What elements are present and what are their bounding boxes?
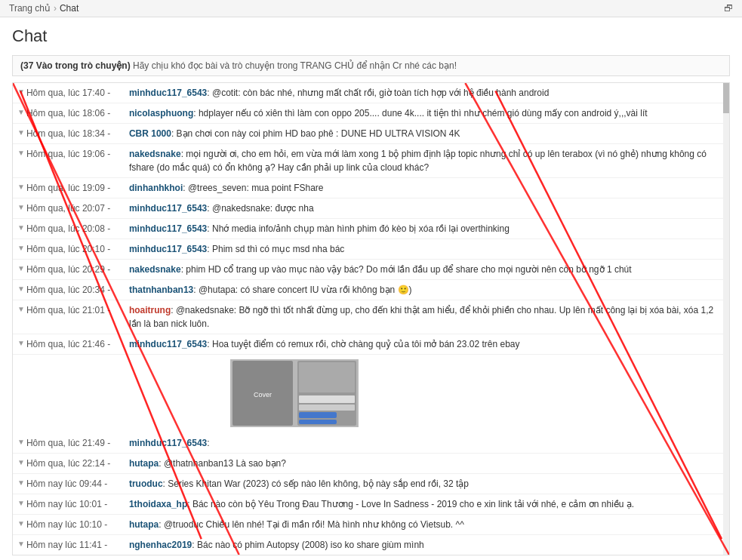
messages-container: ▼Hôm qua, lúc 17:40 -minhduc117_6543: @c… bbox=[13, 83, 729, 555]
message-content: hoaitrung: @nakedsnake: Bỡ ngỡ thì tốt n… bbox=[129, 303, 725, 331]
chat-list: ▼Hôm qua, lúc 17:40 -minhduc117_6543: @c… bbox=[12, 82, 730, 555]
message-toggle[interactable]: ▼ bbox=[17, 181, 25, 192]
message-username[interactable]: minhduc117_6543 bbox=[129, 223, 207, 234]
chat-item: ▼Hôm qua, lúc 20:07 -minhduc117_6543: @n… bbox=[13, 198, 729, 219]
svg-rect-11 bbox=[299, 405, 355, 411]
chat-image: Cover bbox=[230, 359, 359, 427]
message-username[interactable]: minhduc117_6543 bbox=[129, 438, 207, 448]
message-content: dinhanhkhoi: @trees_seven: mua point FSh… bbox=[129, 181, 725, 195]
message-toggle[interactable]: ▼ bbox=[17, 497, 25, 509]
message-content: CBR 1000: Bạn chơi con này coi phim HD b… bbox=[129, 127, 725, 140]
message-content: hutapa: @truoduc Chiều lên nhé! Tại đi m… bbox=[129, 518, 725, 531]
message-timestamp: Hôm qua, lúc 20:10 - bbox=[26, 242, 125, 256]
message-toggle[interactable]: ▼ bbox=[17, 242, 25, 254]
message-toggle[interactable]: ▼ bbox=[17, 457, 25, 468]
message-timestamp: Hôm qua, lúc 22:14 - bbox=[26, 457, 125, 470]
message-username[interactable]: hutapa bbox=[129, 458, 159, 469]
message-username[interactable]: minhduc117_6543 bbox=[129, 203, 207, 214]
message-toggle[interactable]: ▼ bbox=[17, 283, 25, 294]
message-timestamp: Hôm nay lúc 09:44 - bbox=[26, 477, 125, 491]
message-toggle[interactable]: ▼ bbox=[17, 222, 25, 233]
message-timestamp: Hôm qua, lúc 19:06 - bbox=[26, 147, 125, 161]
chat-item: ▼Hôm qua, lúc 20:34 -thatnhanban13: @hut… bbox=[13, 280, 729, 300]
chat-item: ▼Hôm qua, lúc 21:01 -hoaitrung: @nakedsn… bbox=[13, 300, 729, 334]
message-content: nakedsnake: mọi người ơi, cho em hỏi, em… bbox=[129, 147, 725, 174]
message-username[interactable]: dinhanhkhoi bbox=[129, 183, 183, 193]
message-username[interactable]: nicolasphuong bbox=[129, 108, 193, 118]
message-timestamp: Hôm qua, lúc 21:49 - bbox=[26, 436, 125, 450]
message-timestamp: Hôm qua, lúc 20:34 - bbox=[26, 283, 125, 297]
message-content: hutapa: @thatnhanban13 Là sao bạn? bbox=[129, 457, 725, 470]
message-timestamp: Hôm qua, lúc 18:34 - bbox=[26, 127, 125, 140]
chat-item: ▼Hôm nay lúc 11:41 -nghenhac2019: Bác nà… bbox=[13, 535, 729, 555]
message-toggle[interactable]: ▼ bbox=[17, 106, 25, 118]
message-content: minhduc117_6543: bbox=[129, 436, 725, 450]
message-toggle[interactable]: ▼ bbox=[17, 86, 25, 97]
message-username[interactable]: minhduc117_6543 bbox=[129, 244, 207, 254]
message-toggle[interactable]: ▼ bbox=[17, 538, 25, 549]
chat-item: ▼Hôm nay lúc 10:10 -hutapa: @truoduc Chi… bbox=[13, 515, 729, 535]
chat-item: ▼Hôm nay lúc 09:44 -truoduc: Series Khit… bbox=[13, 474, 729, 494]
message-toggle[interactable]: ▼ bbox=[17, 518, 25, 529]
scrollbar-thumb[interactable] bbox=[723, 83, 729, 113]
message-username[interactable]: truoduc bbox=[129, 478, 163, 489]
message-username[interactable]: hoaitrung bbox=[129, 305, 171, 315]
message-toggle[interactable]: ▼ bbox=[17, 263, 25, 274]
message-content: nakedsnake: phim HD cổ trang up vào mục … bbox=[129, 263, 725, 276]
chat-item: ▼Hôm qua, lúc 21:49 -minhduc117_6543: bbox=[13, 433, 729, 454]
chat-item: ▼Hôm qua, lúc 17:40 -minhduc117_6543: @c… bbox=[13, 83, 729, 103]
message-username[interactable]: minhduc117_6543 bbox=[129, 88, 207, 98]
chat-item: ▼Hôm qua, lúc 22:14 -hutapa: @thatnhanba… bbox=[13, 454, 729, 474]
svg-text:Cover: Cover bbox=[254, 391, 272, 398]
message-username[interactable]: nakedsnake bbox=[129, 264, 181, 275]
external-link-icon[interactable]: 🗗 bbox=[724, 3, 733, 14]
message-content: nicolasphuong: hdplayer nếu có xiên thì … bbox=[129, 106, 725, 120]
message-content: thatnhanban13: @hutapa: có share concert… bbox=[129, 283, 725, 297]
message-toggle[interactable]: ▼ bbox=[17, 147, 25, 158]
chat-item: ▼Hôm qua, lúc 19:06 -nakedsnake: mọi ngư… bbox=[13, 144, 729, 178]
message-content: minhduc117_6543: @cotit: còn bác nhé, nh… bbox=[129, 86, 725, 100]
message-timestamp: Hôm nay lúc 10:10 - bbox=[26, 518, 125, 531]
breadcrumb-separator: › bbox=[54, 3, 57, 14]
message-username[interactable]: nakedsnake bbox=[129, 149, 181, 159]
notice-text-content: Hãy chịu khó đọc bài và trò chuyện trong… bbox=[133, 60, 457, 71]
message-username[interactable]: thatnhanban13 bbox=[129, 285, 193, 295]
message-toggle[interactable]: ▼ bbox=[17, 303, 25, 315]
message-toggle[interactable]: ▼ bbox=[17, 202, 25, 213]
message-content: minhduc117_6543: Hoa tuyệt điểm có remux… bbox=[129, 337, 725, 351]
message-username[interactable]: minhduc117_6543 bbox=[129, 339, 207, 349]
message-username[interactable]: CBR 1000 bbox=[129, 128, 171, 139]
message-content: 1thoidaxa_hp: Bác nào còn bộ Yêu Trong Đ… bbox=[129, 497, 725, 511]
chat-image-container: Cover bbox=[125, 356, 729, 430]
message-content: truoduc: Series Khitan War (2023) có sếp… bbox=[129, 477, 725, 491]
message-toggle[interactable]: ▼ bbox=[17, 436, 25, 448]
message-content: minhduc117_6543: @nakedsnake: được nha bbox=[129, 202, 725, 215]
svg-rect-10 bbox=[299, 395, 355, 403]
message-timestamp: Hôm qua, lúc 21:01 - bbox=[26, 303, 125, 317]
svg-rect-12 bbox=[299, 412, 337, 418]
notice-count: (37 Vào trong trò chuyện) bbox=[20, 60, 131, 71]
message-username[interactable]: 1thoidaxa_hp bbox=[129, 499, 187, 509]
page-header: Chat bbox=[0, 17, 742, 51]
message-content: minhduc117_6543: Phim sd thì có mục msd … bbox=[129, 242, 725, 256]
message-content: nghenhac2019: Bác nào có phim Autopsy (2… bbox=[129, 538, 725, 552]
chat-item: ▼Hôm nay lúc 10:01 -1thoidaxa_hp: Bác nà… bbox=[13, 494, 729, 515]
message-toggle[interactable]: ▼ bbox=[17, 477, 25, 488]
message-content: minhduc117_6543: Nhớ media info/ảnh chụp… bbox=[129, 222, 725, 235]
message-toggle[interactable]: ▼ bbox=[17, 127, 25, 138]
svg-rect-9 bbox=[299, 362, 355, 392]
breadcrumb-home[interactable]: Trang chủ bbox=[9, 3, 51, 14]
message-toggle[interactable]: ▼ bbox=[17, 337, 25, 349]
chat-item: ▼Hôm qua, lúc 21:46 -minhduc117_6543: Ho… bbox=[13, 334, 729, 355]
message-username[interactable]: hutapa bbox=[129, 519, 159, 530]
breadcrumb: Trang chủ › Chat 🗗 bbox=[0, 0, 742, 17]
message-timestamp: Hôm qua, lúc 18:06 - bbox=[26, 106, 125, 120]
breadcrumb-current: Chat bbox=[60, 3, 79, 14]
scrollbar-track[interactable] bbox=[723, 83, 729, 555]
chat-item: ▼Hôm qua, lúc 20:10 -minhduc117_6543: Ph… bbox=[13, 239, 729, 260]
svg-rect-13 bbox=[299, 420, 337, 424]
message-timestamp: Hôm qua, lúc 19:09 - bbox=[26, 181, 125, 195]
message-username[interactable]: nghenhac2019 bbox=[129, 540, 192, 550]
message-timestamp: Hôm qua, lúc 21:46 - bbox=[26, 337, 125, 351]
message-timestamp: Hôm nay lúc 10:01 - bbox=[26, 497, 125, 511]
